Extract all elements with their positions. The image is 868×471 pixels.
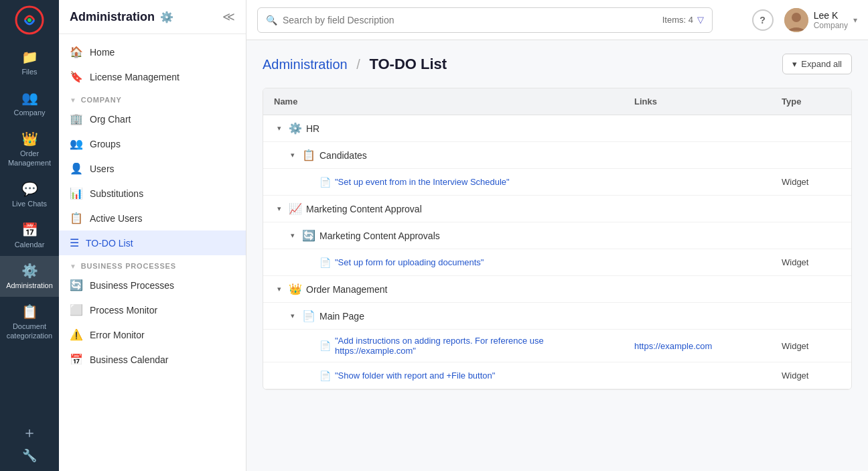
search-input[interactable] [283, 15, 657, 25]
left-sidebar-title: Administration ⚙️ [70, 10, 173, 24]
sidebar-item-files[interactable]: 📁 Files [0, 42, 59, 83]
sidebar-item-document-cat[interactable]: 📋 Document categorization [0, 297, 59, 346]
menu-item-process-monitor[interactable]: ⬜ Process Monitor [59, 297, 246, 322]
row-links-cell [624, 310, 771, 322]
order-mgmt-icon: 👑 [289, 283, 302, 295]
org-chart-icon: 🏢 [70, 113, 83, 125]
menu-item-em-label: Error Monitor [90, 330, 145, 340]
company-icon: 👥 [21, 90, 38, 106]
row-expand-button[interactable]: ▾ [274, 204, 285, 213]
table-row: ▾ 📄 "Show folder with report and +File b… [263, 362, 851, 389]
menu-item-org-chart[interactable]: 🏢 Org Chart [59, 107, 246, 131]
sidebar-item-livechats-label: Live Chats [12, 200, 47, 208]
th-links: Links [624, 88, 771, 115]
row-name-cell: ▾ 👑 Order Management [263, 277, 624, 301]
home-icon: 🏠 [70, 46, 83, 58]
row-name-cell: ▾ 📋 Candidates [263, 143, 624, 167]
row-links-cell [624, 149, 771, 161]
left-sidebar: Administration ⚙️ ≪ 🏠 Home 🔖 License Man… [59, 0, 246, 471]
row-type-cell [771, 283, 851, 295]
search-box[interactable]: 🔍 Items: 4 ▽ [257, 7, 713, 33]
calendar-icon: 📅 [21, 222, 38, 238]
table-row: ▾ 🔄 Marketing Content Approvals [263, 222, 851, 249]
table-row: ▾ 📋 Candidates [263, 142, 851, 169]
order-management-icon: 👑 [21, 131, 38, 147]
widget-icon: 📄 [319, 177, 331, 188]
page-header: Administration / TO-DO List ▾ Expand all [263, 54, 852, 74]
sidebar-item-company-label: Company [13, 109, 45, 117]
menu-item-groups[interactable]: 👥 Groups [59, 131, 246, 156]
table-row: ▾ 📈 Marketing Content Approval [263, 196, 851, 222]
row-name-cell: ▾ 📄 "Set up event from in the Interview … [263, 171, 624, 194]
row-links-cell [624, 370, 771, 382]
row-name: Main Page [319, 311, 364, 322]
section-company[interactable]: ▼ COMPANY [59, 89, 246, 107]
row-expand-button[interactable]: ▾ [274, 124, 285, 133]
menu-item-home[interactable]: 🏠 Home [59, 40, 246, 64]
user-company: Company [814, 21, 848, 30]
table-header: Name Links Type [263, 88, 851, 115]
user-chevron-icon: ▾ [853, 15, 857, 25]
row-name-cell: ▾ 📄 Main Page [263, 304, 624, 328]
live-chats-icon: 💬 [21, 181, 38, 197]
row-link[interactable]: "Set up form for uploading documents" [335, 257, 484, 267]
row-links-cell[interactable]: https://example.com [624, 335, 771, 357]
user-name: Lee K [814, 10, 848, 21]
row-name-cell: ▾ 📄 "Add instructions on adding reports.… [263, 330, 624, 362]
menu-item-substitutions[interactable]: 📊 Substitutions [59, 181, 246, 206]
row-links-cell [624, 123, 771, 135]
menu-item-business-calendar[interactable]: 📅 Business Calendar [59, 347, 246, 372]
row-link[interactable]: "Set up event from in the Interview Sche… [335, 177, 510, 187]
expand-all-button[interactable]: ▾ Expand all [782, 54, 852, 74]
settings-tool-icon[interactable]: 🔧 [22, 448, 37, 463]
row-expand-button[interactable]: ▾ [287, 312, 298, 320]
row-type-cell: Widget [771, 335, 851, 357]
section-bp-label: BUSINESS PROCESSES [81, 262, 176, 270]
menu-item-substitutions-label: Substitutions [90, 188, 143, 199]
sidebar-item-administration[interactable]: ⚙️ Administration [0, 256, 59, 297]
row-type-cell: Widget [771, 364, 851, 387]
external-link[interactable]: https://example.com [634, 341, 712, 351]
collapse-sidebar-button[interactable]: ≪ [222, 9, 235, 24]
admin-gear-icon[interactable]: ⚙️ [160, 11, 173, 23]
menu-item-business-processes[interactable]: 🔄 Business Processes [59, 273, 246, 297]
row-name-cell: ▾ 📈 Marketing Content Approval [263, 196, 624, 221]
marketing-icon: 📈 [289, 202, 302, 215]
section-business-processes[interactable]: ▼ BUSINESS PROCESSES [59, 255, 246, 273]
table-body: ▾ ⚙️ HR ▾ 📋 Candidates [263, 115, 851, 389]
row-expand-button[interactable]: ▾ [274, 285, 285, 293]
row-link[interactable]: "Show folder with report and +File butto… [335, 371, 495, 381]
user-info[interactable]: Lee K Company ▾ [784, 8, 857, 32]
menu-item-todo-list[interactable]: ☰ TO-DO List [59, 230, 246, 255]
sidebar-item-calendar[interactable]: 📅 Calendar [0, 215, 59, 256]
business-calendar-icon: 📅 [70, 353, 83, 366]
table-row: ▾ 👑 Order Management [263, 276, 851, 303]
left-sidebar-header: Administration ⚙️ ≪ [59, 0, 246, 34]
menu-item-active-users[interactable]: 📋 Active Users [59, 206, 246, 230]
row-links-cell [624, 283, 771, 295]
sidebar-item-files-label: Files [21, 68, 37, 76]
menu-item-license-management[interactable]: 🔖 License Management [59, 64, 246, 89]
sidebar-item-company[interactable]: 👥 Company [0, 83, 59, 124]
breadcrumb-parent[interactable]: Administration [263, 57, 348, 72]
table-row: ▾ ⚙️ HR [263, 115, 851, 142]
row-expand-button[interactable]: ▾ [287, 151, 298, 159]
sidebar-item-order-label: Order Management [8, 149, 51, 167]
filter-icon[interactable]: ▽ [697, 15, 704, 25]
row-links-cell [624, 176, 771, 188]
th-name: Name [263, 88, 624, 115]
add-button[interactable]: ＋ [22, 423, 37, 443]
sidebar-item-live-chats[interactable]: 💬 Live Chats [0, 174, 59, 215]
row-type-cell [771, 149, 851, 161]
help-button[interactable]: ? [752, 9, 774, 31]
user-details: Lee K Company [814, 10, 848, 30]
row-name-cell: ▾ 🔄 Marketing Content Approvals [263, 223, 624, 248]
section-company-chevron: ▼ [70, 96, 77, 104]
row-link[interactable]: "Add instructions on adding reports. For… [335, 336, 613, 356]
menu-item-users[interactable]: 👤 Users [59, 156, 246, 181]
svg-point-1 [27, 18, 31, 22]
row-expand-button[interactable]: ▾ [287, 231, 298, 240]
menu-item-error-monitor[interactable]: ⚠️ Error Monitor [59, 322, 246, 347]
sidebar-item-order-management[interactable]: 👑 Order Management [0, 124, 59, 174]
app-logo[interactable] [15, 5, 44, 37]
